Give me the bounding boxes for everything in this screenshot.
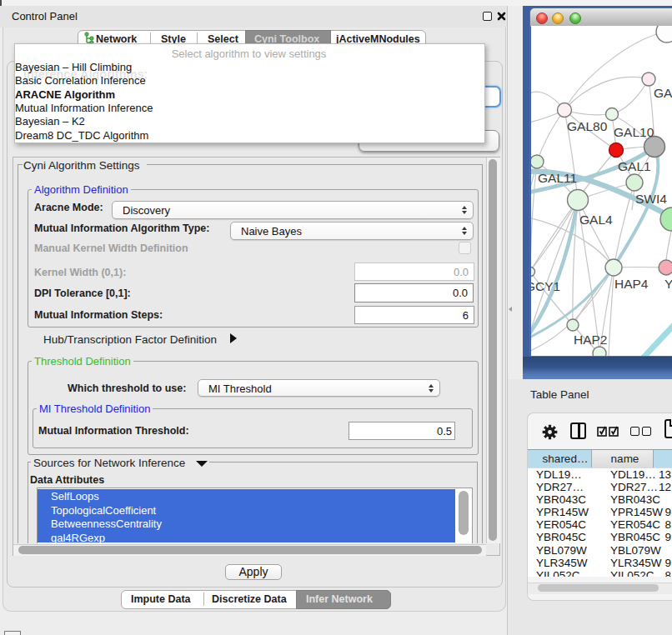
svg-text:GAL11: GAL11 [538,171,577,185]
svg-text:GCY1: GCY1 [531,279,560,293]
svg-text:GAL4: GAL4 [579,212,613,227]
svg-text:Y: Y [664,277,672,291]
svg-text:HAP2: HAP2 [574,332,608,347]
svg-text:GAL2: GAL2 [654,86,672,100]
svg-text:SWI4: SWI4 [635,192,667,206]
svg-text:GAL80: GAL80 [567,119,608,133]
svg-text:GAL10: GAL10 [614,125,654,139]
svg-text:HAP4: HAP4 [614,277,649,291]
svg-text:GAL1: GAL1 [618,159,651,173]
